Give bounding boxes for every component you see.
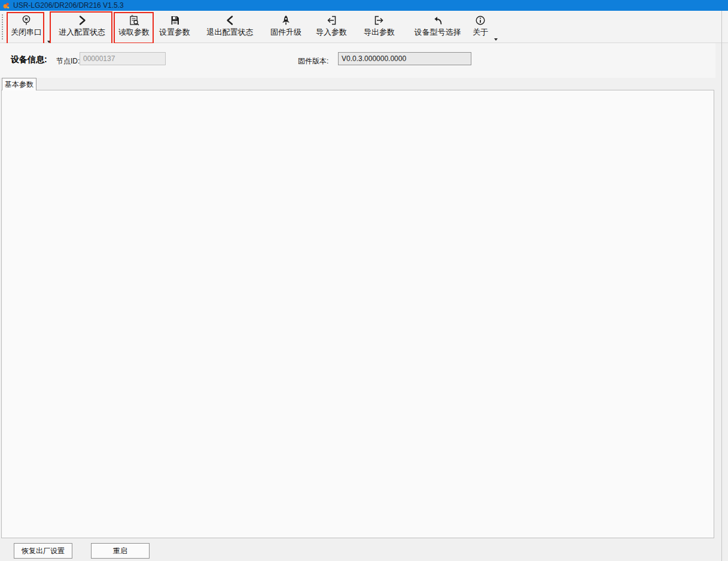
window-edge bbox=[721, 11, 722, 561]
toolbar-button-label: 关于 bbox=[473, 27, 488, 38]
annotation-box-3 bbox=[114, 12, 154, 44]
annotation-box-2 bbox=[50, 11, 112, 45]
tab-label: 基本参数 bbox=[5, 80, 33, 90]
export-params-button[interactable]: 导出参数 bbox=[359, 12, 400, 42]
firmware-version-label: 固件版本: bbox=[298, 56, 328, 66]
export-icon bbox=[373, 12, 385, 26]
toolbar-button-label: 设置参数 bbox=[159, 27, 190, 38]
device-info-panel: 设备信息: 节点ID: 00000137 固件版本: V0.0.3.000000… bbox=[0, 43, 715, 78]
toolbar-button-label: 导出参数 bbox=[364, 27, 395, 38]
app-window: USR-LG206/DR206/DR216 V1.5.3 关闭串口 进入配置状态 bbox=[0, 0, 728, 561]
set-params-button[interactable]: 设置参数 bbox=[155, 12, 194, 42]
back-arrow-icon bbox=[432, 12, 444, 26]
save-icon bbox=[169, 12, 181, 26]
import-params-button[interactable]: 导入参数 bbox=[311, 12, 352, 42]
about-button[interactable]: 关于 bbox=[470, 12, 491, 42]
device-info-label: 设备信息: bbox=[11, 54, 47, 65]
exit-config-button[interactable]: 退出配置状态 bbox=[199, 12, 261, 42]
restart-button[interactable]: 重启 bbox=[91, 543, 150, 559]
toolbar-button-label: 设备型号选择 bbox=[415, 27, 461, 38]
firmware-upgrade-button[interactable]: 固件升级 bbox=[265, 12, 307, 42]
tab-basic-params[interactable]: 基本参数 bbox=[2, 78, 36, 90]
info-icon bbox=[474, 12, 486, 26]
factory-reset-button[interactable]: 恢复出厂设置 bbox=[14, 543, 72, 559]
title-bar: USR-LG206/DR206/DR216 V1.5.3 bbox=[0, 0, 728, 11]
tab-page bbox=[1, 90, 714, 538]
exit-config-icon bbox=[224, 12, 236, 26]
device-model-select-button[interactable]: 设备型号选择 bbox=[407, 12, 468, 42]
toolbar-gripper bbox=[2, 14, 3, 40]
window-title: USR-LG206/DR206/DR216 V1.5.3 bbox=[13, 1, 124, 10]
annotation-box-1 bbox=[7, 12, 44, 45]
import-icon bbox=[325, 12, 337, 26]
toolbar-button-label: 导入参数 bbox=[316, 27, 347, 38]
rocket-icon bbox=[280, 12, 292, 26]
toolbar-overflow-arrow-icon[interactable] bbox=[494, 38, 498, 41]
toolbar-button-label: 固件升级 bbox=[270, 27, 301, 38]
firmware-version-field: V0.0.3.000000.0000 bbox=[338, 52, 471, 65]
toolbar-button-label: 退出配置状态 bbox=[207, 27, 254, 38]
node-id-field: 00000137 bbox=[80, 52, 166, 65]
node-id-label: 节点ID: bbox=[56, 56, 80, 66]
